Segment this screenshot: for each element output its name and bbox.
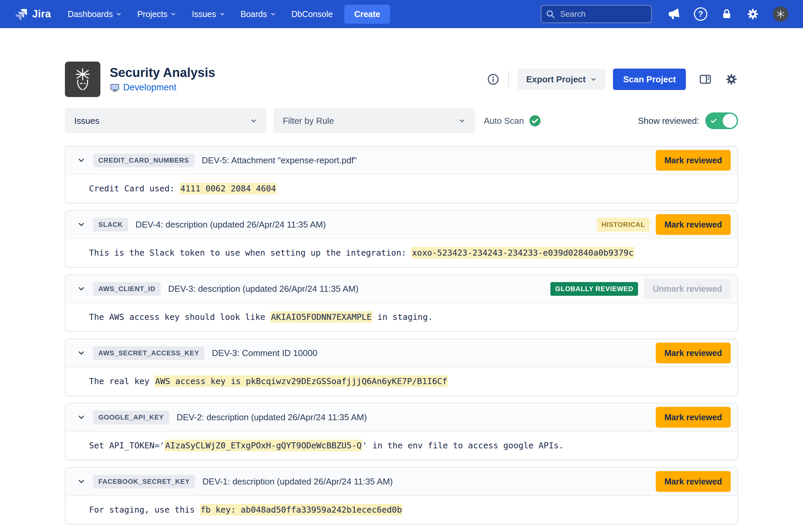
finding-text-pre: Set API_TOKEN=' [89, 441, 165, 450]
detail-view-icon[interactable] [699, 73, 712, 86]
show-reviewed-label: Show reviewed: [638, 116, 699, 126]
collapse-chevron-icon[interactable] [77, 413, 85, 422]
settings-gear-icon[interactable] [746, 7, 760, 21]
finding-body: Set API_TOKEN='AIzaSyCLWjZ0_ETxgPOxH-gQY… [65, 432, 738, 460]
project-avatar-icon [110, 83, 120, 93]
finding-actions: Mark reviewed [656, 471, 731, 492]
finding-body: This is the Slack token to use when sett… [65, 239, 738, 267]
finding-secret: xoxo-523423-234243-234233-e039d02840a0b9… [411, 247, 634, 259]
finding-secret: AIzaSyCLWjZ0_ETxgPOxH-gQYT9ODeWcBBZU5-Q [165, 440, 362, 451]
top-nav: Jira Dashboards Projects Issues Boards D… [0, 0, 803, 28]
jira-logo[interactable]: Jira [15, 7, 51, 21]
historical-badge: HISTORICAL [597, 218, 650, 231]
finding-secret: AWS access key is pkBcqiwzv29DEzGSSoafjj… [155, 375, 448, 387]
nav-item-dbconsole[interactable]: DbConsole [291, 10, 333, 19]
finding-header: CREDIT_CARD_NUMBERS DEV-5: Attachment "e… [65, 147, 738, 175]
nav-item-dashboards[interactable]: Dashboards [68, 10, 122, 19]
issues-select-value: Issues [74, 116, 99, 126]
nav-item-label: Projects [137, 10, 167, 19]
finding-secret: 4111 0062 2084 4604 [180, 183, 277, 194]
globally-reviewed-badge: GLOBALLY REVIEWED [550, 282, 638, 296]
finding-card: GOOGLE_API_KEY DEV-2: description (updat… [65, 403, 738, 460]
chevron-down-icon [250, 117, 257, 125]
rule-badge: GOOGLE_API_KEY [93, 411, 169, 424]
finding-header: GOOGLE_API_KEY DEV-2: description (updat… [65, 403, 738, 432]
mark-reviewed-button[interactable]: Mark reviewed [656, 407, 731, 428]
finding-text-post: ' in the env file to access google APIs. [362, 441, 564, 450]
app-avatar [65, 61, 100, 97]
search-input[interactable] [541, 5, 652, 23]
export-project-button[interactable]: Export Project [518, 69, 606, 90]
nav-item-boards[interactable]: Boards [241, 10, 276, 19]
chevron-down-icon [170, 11, 176, 17]
finding-body: For staging, use this fb key: ab048ad50f… [65, 496, 738, 524]
finding-title: DEV-1: description (updated 26/Apr/24 11… [203, 476, 393, 487]
finding-body: Credit Card used: 4111 0062 2084 4604 [65, 175, 738, 203]
nav-item-issues[interactable]: Issues [192, 10, 225, 19]
announcements-icon[interactable] [667, 7, 681, 21]
mark-reviewed-button[interactable]: Mark reviewed [656, 343, 731, 363]
collapse-chevron-icon[interactable] [77, 284, 85, 293]
scan-project-button[interactable]: Scan Project [613, 69, 686, 90]
finding-card: AWS_CLIENT_ID DEV-3: description (update… [65, 274, 738, 332]
finding-card: FACEBOOK_SECRET_KEY DEV-1: description (… [65, 467, 738, 525]
user-avatar[interactable] [773, 6, 788, 22]
nav-item-label: Dashboards [68, 10, 113, 19]
finding-header: AWS_SECRET_ACCESS_KEY DEV-3: Comment ID … [65, 339, 738, 367]
help-icon[interactable]: ? [694, 7, 707, 21]
chevron-down-icon [270, 11, 276, 17]
page-settings-gear-icon[interactable] [725, 73, 738, 86]
divider [508, 71, 509, 87]
finding-header: SLACK DEV-4: description (updated 26/Apr… [65, 211, 738, 239]
lock-icon[interactable] [721, 8, 733, 20]
show-reviewed-control: Show reviewed: [638, 112, 738, 129]
finding-card: SLACK DEV-4: description (updated 26/Apr… [65, 210, 738, 268]
finding-actions: GLOBALLY REVIEWED Unmark reviewed [550, 278, 731, 299]
finding-body: The real key AWS access key is pkBcqiwzv… [65, 367, 738, 396]
finding-actions: Mark reviewed [656, 150, 731, 171]
finding-text-pre: Credit Card used: [89, 184, 180, 193]
finding-card: CREDIT_CARD_NUMBERS DEV-5: Attachment "e… [65, 146, 738, 204]
finding-actions: Mark reviewed [656, 343, 731, 363]
mark-reviewed-button[interactable]: Mark reviewed [656, 214, 731, 235]
page-title: Security Analysis [110, 66, 215, 80]
finding-header: AWS_CLIENT_ID DEV-3: description (update… [65, 275, 738, 303]
rule-filter-placeholder: Filter by Rule [283, 116, 334, 126]
unmark-reviewed-button[interactable]: Unmark reviewed [644, 278, 731, 299]
create-button[interactable]: Create [344, 5, 390, 24]
chevron-down-icon [590, 76, 597, 83]
finding-text-pre: This is the Slack token to use when sett… [89, 248, 411, 258]
collapse-chevron-icon[interactable] [77, 220, 85, 229]
nav-item-label: Boards [241, 10, 267, 19]
nav-item-projects[interactable]: Projects [137, 10, 176, 19]
finding-text-post: in staging. [372, 312, 433, 322]
collapse-chevron-icon[interactable] [77, 349, 85, 357]
project-line: Development [110, 82, 215, 93]
project-link[interactable]: Development [123, 82, 176, 93]
page-header: Security Analysis Development [65, 61, 738, 97]
issues-select[interactable]: Issues [65, 109, 267, 133]
finding-title: DEV-3: description (updated 26/Apr/24 11… [168, 284, 358, 294]
finding-actions: Mark reviewed [656, 407, 731, 428]
finding-secret: fb key: ab048ad50ffa33959a242b1ecec6ed0b [200, 504, 402, 516]
chevron-down-icon [219, 11, 225, 17]
collapse-chevron-icon[interactable] [77, 477, 85, 486]
finding-header: FACEBOOK_SECRET_KEY DEV-1: description (… [65, 468, 738, 496]
collapse-chevron-icon[interactable] [77, 156, 85, 165]
avatar-snowflake-icon [776, 9, 786, 19]
show-reviewed-toggle[interactable] [705, 112, 738, 129]
info-icon[interactable] [487, 73, 499, 86]
rule-filter-select[interactable]: Filter by Rule [273, 109, 475, 133]
mark-reviewed-button[interactable]: Mark reviewed [656, 471, 731, 492]
finding-actions: HISTORICAL Mark reviewed [597, 214, 731, 235]
nav-item-label: DbConsole [291, 10, 333, 19]
finding-text-pre: For staging, use this [89, 505, 200, 515]
filter-row: Issues Filter by Rule Auto Scan Show rev… [65, 109, 738, 133]
mark-reviewed-button[interactable]: Mark reviewed [656, 150, 731, 171]
finding-text-pre: The AWS access key should look like [89, 312, 270, 322]
check-circle-icon [529, 115, 541, 127]
search-icon [546, 9, 555, 19]
rule-badge: FACEBOOK_SECRET_KEY [93, 475, 195, 489]
main-content: Security Analysis Development [65, 28, 738, 532]
export-project-label: Export Project [526, 74, 586, 84]
